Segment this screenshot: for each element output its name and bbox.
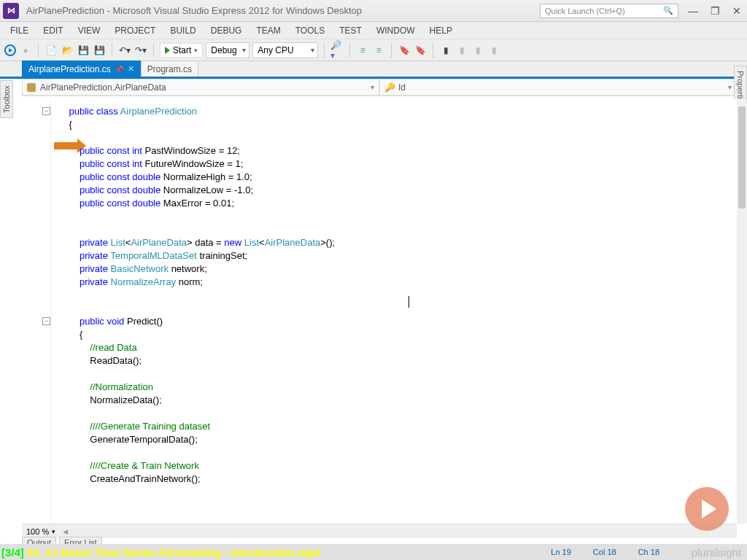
separator	[433, 43, 433, 58]
menu-debug[interactable]: DEBUG	[204, 26, 249, 36]
menu-window[interactable]: WINDOW	[369, 26, 422, 36]
start-debug-button[interactable]: Start ▾	[160, 43, 203, 58]
search-icon: 🔍	[663, 6, 673, 15]
status-line: Ln 19	[551, 548, 571, 556]
close-button[interactable]: ✕	[729, 4, 744, 18]
menu-build[interactable]: BUILD	[163, 26, 203, 36]
tab-program[interactable]: Program.cs	[141, 61, 198, 77]
menu-view[interactable]: VIEW	[71, 26, 108, 36]
minimize-button[interactable]: —	[686, 4, 700, 18]
menu-bar: FILE EDIT VIEW PROJECT BUILD DEBUG TEAM …	[0, 22, 747, 39]
undo-icon[interactable]: ↶▾	[118, 44, 131, 57]
scroll-left-icon[interactable]: ◄	[61, 527, 69, 536]
separator	[112, 43, 112, 58]
type-name: AirPlanePrediction.AirPlaneData	[40, 82, 166, 93]
menu-project[interactable]: PROJECT	[107, 26, 163, 36]
code-nav-bar: AirPlanePrediction.AirPlaneData 🔑 Id	[22, 79, 737, 96]
tab-airplaneprediction[interactable]: AirplanePrediction.cs 📌 ✕	[22, 61, 141, 77]
prev-bookmark-icon[interactable]: ▮	[455, 44, 468, 57]
document-tabs: AirplanePrediction.cs 📌 ✕ Program.cs ▾	[0, 61, 747, 79]
save-all-icon[interactable]: 💾	[93, 44, 106, 57]
code-content[interactable]: public class AirplanePrediction { public…	[58, 105, 729, 486]
zoom-dropdown[interactable]: 100 % ▾	[26, 527, 55, 536]
menu-test[interactable]: TEST	[332, 26, 369, 36]
separator	[349, 43, 350, 58]
separator	[153, 43, 154, 58]
separator	[391, 43, 392, 58]
chevron-down-icon: ▾	[52, 528, 55, 535]
vertical-scrollbar[interactable]	[737, 99, 747, 524]
tab-label: AirplanePrediction.cs	[28, 64, 111, 74]
bookmark-toggle-icon[interactable]: 🔖	[398, 44, 411, 57]
new-project-icon[interactable]: 📄	[44, 44, 58, 57]
quick-launch-input[interactable]: Quick Launch (Ctrl+Q) 🔍	[540, 4, 678, 18]
code-editor[interactable]: − − public class AirplanePrediction { pu…	[22, 99, 737, 524]
pin-icon[interactable]: 📌	[115, 66, 123, 73]
type-dropdown[interactable]: AirPlanePrediction.AirPlaneData	[22, 79, 379, 96]
config-dropdown[interactable]: Debug	[206, 42, 249, 58]
cursor-position: Ln 19 Col 18 Ch 18	[551, 548, 659, 556]
text-caret	[409, 296, 409, 308]
separator	[38, 43, 39, 58]
separator	[324, 43, 325, 58]
video-play-button[interactable]	[685, 487, 729, 531]
zoom-value: 100 %	[26, 527, 49, 536]
editor-footer: 100 % ▾ ◄	[22, 524, 737, 538]
vs-logo-icon: ⋈	[3, 3, 19, 19]
menu-team[interactable]: TEAM	[249, 26, 287, 36]
collapse-icon[interactable]: −	[42, 107, 50, 115]
start-label: Start	[173, 45, 191, 55]
menu-edit[interactable]: EDIT	[36, 26, 70, 36]
toolbox-tab[interactable]: Toolbox	[0, 80, 13, 118]
close-icon[interactable]: ✕	[128, 64, 134, 74]
comment-icon[interactable]: ≡	[356, 44, 369, 57]
toolbar: ● 📄 📂 💾 💾 ↶▾ ↷▾ Start ▾ Debug Any CPU 🔎▾…	[0, 39, 747, 61]
quick-launch-placeholder: Quick Launch (Ctrl+Q)	[545, 7, 625, 15]
tab-label: Program.cs	[147, 64, 192, 74]
status-bar: [3/4] 04_11-Demo Time Series Forecasting…	[0, 544, 747, 560]
key-icon: 🔑	[384, 82, 395, 93]
menu-file[interactable]: FILE	[3, 26, 36, 36]
scroll-thumb[interactable]	[738, 106, 746, 209]
platform-dropdown[interactable]: Any CPU	[252, 42, 318, 58]
clear-bookmarks-icon[interactable]: ▮	[487, 44, 500, 57]
title-bar: ⋈ AirPlanePrediction - Microsoft Visual …	[0, 0, 747, 22]
collapse-icon[interactable]: −	[42, 317, 50, 325]
member-dropdown[interactable]: 🔑 Id	[379, 79, 737, 96]
next-bookmark-icon[interactable]: ▮	[471, 44, 484, 57]
menu-help[interactable]: HELP	[422, 26, 460, 36]
status-col: Col 18	[593, 548, 616, 556]
find-icon[interactable]: 🔎▾	[330, 44, 344, 57]
uncomment-icon[interactable]: ≡	[372, 44, 385, 57]
nav-back-icon[interactable]	[4, 44, 16, 56]
nav-forward-icon[interactable]: ●	[19, 44, 32, 57]
redo-icon[interactable]: ↷▾	[134, 44, 147, 57]
menu-tools[interactable]: TOOLS	[288, 26, 332, 36]
save-icon[interactable]: 💾	[77, 44, 90, 57]
window-buttons: — ❐ ✕	[686, 4, 744, 18]
bookmark-icon[interactable]: ▮	[439, 44, 452, 57]
bookmark-clear-icon[interactable]: 🔖	[414, 44, 427, 57]
class-icon	[27, 83, 36, 92]
play-icon	[165, 47, 170, 54]
maximize-button[interactable]: ❐	[708, 4, 722, 18]
member-name: Id	[398, 82, 406, 93]
pluralsight-logo: pluralsight	[692, 546, 741, 559]
video-overlay-text: [3/4] 04_11-Demo Time Series Forecasting…	[1, 546, 320, 559]
status-char: Ch 18	[638, 548, 659, 556]
window-title: AirPlanePrediction - Microsoft Visual St…	[26, 5, 540, 16]
gutter: − −	[22, 99, 51, 524]
open-icon[interactable]: 📂	[61, 44, 74, 57]
